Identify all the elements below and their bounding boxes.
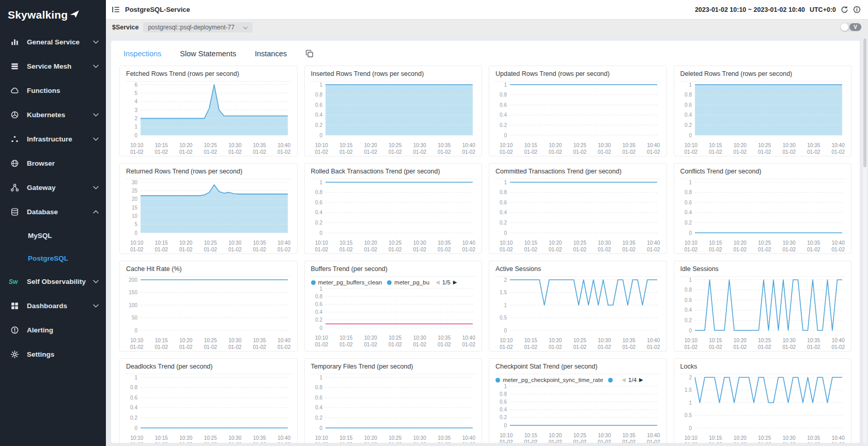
app-logo[interactable]: Skywalking [0, 0, 106, 30]
x-tick-date: 01-02 [130, 246, 144, 253]
y-tick-label: 0.6 [500, 102, 507, 108]
time-range[interactable]: 2023-01-02 10:10 ~ 2023-01-02 10:40 [695, 6, 805, 13]
legend-next-icon[interactable]: ▶ [639, 377, 643, 383]
y-tick-label: 0.8 [500, 391, 507, 397]
vertical-scrollbar[interactable] [863, 37, 867, 444]
sidebar-item-gateway[interactable]: Gateway [0, 176, 106, 200]
x-axis-label: 10:2501-02 [204, 435, 217, 443]
x-tick-date: 01-02 [339, 149, 353, 155]
x-tick-time: 10:20 [733, 240, 747, 246]
y-tick-label: 0 [689, 133, 692, 138]
sidebar-item-database[interactable]: Database [0, 200, 106, 224]
info-icon[interactable] [853, 6, 861, 13]
tab-bar: InspectionsSlow StatementsInstances [119, 43, 851, 66]
sidebar-item-label: Infrastructure [27, 135, 72, 143]
x-tick-time: 10:20 [549, 142, 562, 149]
legend-next-icon[interactable]: ▶ [453, 280, 457, 285]
x-axis-label: 10:3001-02 [782, 240, 796, 253]
dashboards-icon [9, 301, 20, 310]
x-tick-date: 01-02 [438, 441, 451, 443]
x-tick-date: 01-02 [622, 246, 636, 253]
x-axis-label: 10:1501-02 [154, 337, 168, 351]
sidebar-item-infrastructure[interactable]: Infrastructure [0, 127, 106, 151]
sidebar-subitem-postgresql[interactable]: PostgreSQL [0, 247, 106, 269]
sidebar-item-dashboards[interactable]: Dashboards [0, 294, 106, 318]
x-axis-labels: 10:1001-0210:1501-0210:2001-0210:2501-02… [494, 432, 661, 443]
chart-card-active-sessions: Active Sessions00.511.5210:1001-0210:150… [489, 261, 667, 352]
sidebar-subitem-mysql[interactable]: MySQL [0, 224, 106, 247]
x-axis-label: 10:3501-02 [622, 240, 636, 253]
refresh-icon[interactable] [841, 6, 848, 13]
x-tick-time: 10:35 [622, 142, 636, 149]
x-axis-label: 10:1501-02 [524, 142, 537, 155]
tab-instances[interactable]: Instances [255, 50, 287, 58]
x-tick-time: 10:25 [758, 240, 771, 246]
x-tick-date: 01-02 [500, 246, 513, 253]
x-tick-time: 10:35 [622, 240, 636, 246]
x-axis-label: 10:2501-02 [573, 240, 586, 253]
sidebar-subitem-label: MySQL [28, 232, 52, 240]
x-axis-label: 10:2001-02 [179, 142, 193, 155]
x-tick-time: 10:30 [598, 240, 611, 246]
x-tick-time: 10:35 [807, 142, 820, 149]
chart-svg-deadlocks-trend: 00.20.40.60.81 [125, 374, 292, 432]
x-tick-time: 10:35 [807, 337, 820, 344]
y-tick-label: 0.4 [315, 309, 322, 315]
x-tick-date: 01-02 [685, 344, 698, 351]
x-tick-time: 10:15 [154, 435, 168, 441]
chart-title: Conflicts Trend (per second) [679, 168, 846, 179]
y-tick-label: 0.4 [315, 112, 322, 118]
x-tick-date: 01-02 [647, 149, 660, 155]
x-axis-label: 10:4001-02 [462, 142, 475, 155]
x-tick-time: 10:40 [831, 435, 845, 441]
chart-card-cache-hit-rate: Cache Hit Rate (%)05010015020010:1001-02… [119, 261, 298, 352]
sidebar-item-alerting[interactable]: Alerting [0, 318, 106, 342]
x-axis-label: 10:3001-02 [228, 240, 242, 253]
chart-grid: Fetched Rows Trend (rows per second)0123… [119, 66, 851, 443]
page-title: PostgreSQL-Service [125, 6, 190, 13]
x-tick-date: 01-02 [573, 149, 586, 155]
sidebar-item-settings[interactable]: Settings [0, 342, 106, 367]
y-tick-label: 2 [134, 116, 137, 121]
x-tick-date: 01-02 [647, 439, 660, 443]
x-tick-date: 01-02 [598, 246, 611, 253]
x-tick-time: 10:15 [339, 435, 353, 441]
copy-icon[interactable] [305, 50, 314, 58]
menu-icon[interactable] [112, 6, 120, 13]
logo-plane-icon [69, 10, 80, 20]
sidebar-item-functions[interactable]: Functions [0, 78, 106, 103]
x-axis-labels: 10:1001-0210:1501-0210:2001-0210:2501-02… [125, 434, 292, 443]
sidebar-item-self-observability[interactable]: SwSelf Observability [0, 269, 106, 294]
tab-inspections[interactable]: Inspections [123, 50, 161, 58]
x-axis-label: 10:3501-02 [807, 240, 820, 253]
chart-legend: meter_pg_checkpoint_sync_time_rate◀1/4▶ [494, 374, 661, 383]
y-tick-label: 25 [132, 188, 138, 194]
x-tick-time: 10:30 [598, 142, 611, 149]
x-axis-label: 10:2001-02 [364, 334, 377, 348]
legend-prev-icon[interactable]: ◀ [436, 280, 440, 285]
chart-card-returned-rows-trend: Returned Rows Trend (rows per second)051… [119, 163, 298, 254]
legend-prev-icon[interactable]: ◀ [622, 377, 626, 383]
x-axis-label: 10:3001-02 [413, 435, 426, 443]
x-tick-date: 01-02 [524, 439, 537, 443]
x-tick-time: 10:15 [154, 142, 168, 149]
sidebar-item-kubernetes[interactable]: Kubernetes [0, 103, 106, 127]
x-tick-time: 10:10 [130, 142, 144, 149]
x-tick-date: 01-02 [549, 344, 562, 351]
tab-slow-statements[interactable]: Slow Statements [180, 50, 236, 58]
sidebar-item-browser[interactable]: Browser [0, 151, 106, 176]
x-axis-label: 10:3001-02 [413, 142, 426, 155]
x-axis-label: 10:3501-02 [253, 435, 266, 443]
x-tick-time: 10:40 [831, 337, 845, 344]
x-axis-label: 10:1501-02 [339, 240, 353, 253]
sidebar-item-general-service[interactable]: General Service [0, 30, 106, 54]
chart-plot: 00.20.40.60.81 [125, 374, 292, 434]
scrollbar-thumb[interactable] [863, 38, 866, 167]
x-axis-labels: 10:1001-0210:1501-0210:2001-0210:2501-02… [310, 334, 477, 348]
x-axis-label: 10:3001-02 [598, 142, 611, 155]
version-toggle[interactable]: V [840, 23, 862, 31]
x-tick-date: 01-02 [277, 441, 291, 443]
service-select[interactable]: postgresql::psql-deployment-77 [143, 22, 252, 33]
sidebar-item-service-mesh[interactable]: Service Mesh [0, 54, 106, 78]
sidebar-item-label: Dashboards [27, 302, 67, 310]
